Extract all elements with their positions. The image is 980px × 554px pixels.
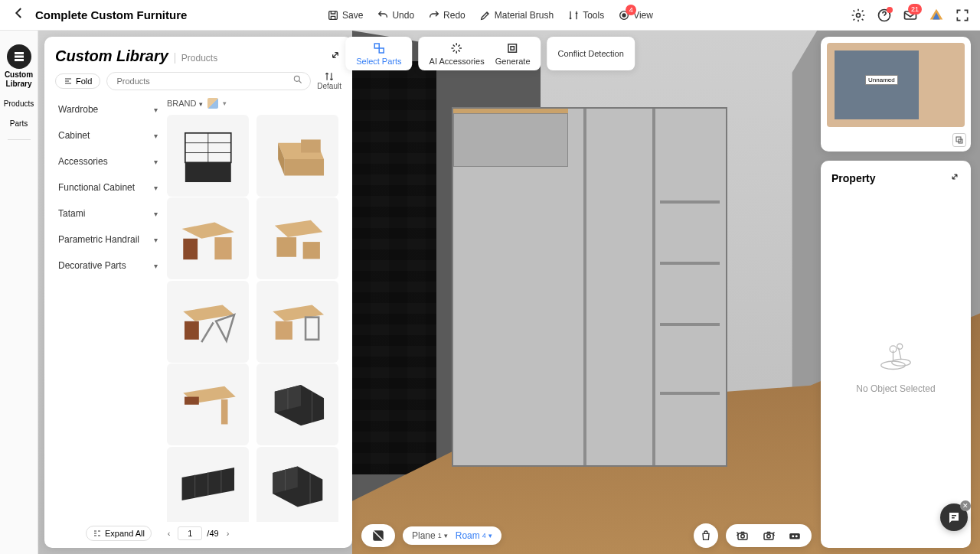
svg-rect-37 (374, 44, 379, 48)
pagination: ‹ /49 › (165, 526, 233, 540)
rail-parts[interactable]: Parts (0, 116, 38, 132)
product-card[interactable] (167, 115, 249, 197)
view-button[interactable]: 4 View (618, 9, 653, 21)
svg-marker-19 (275, 220, 322, 237)
chevron-down-icon: ▾ (199, 100, 203, 108)
product-card[interactable] (256, 115, 338, 197)
undo-button[interactable]: Undo (377, 9, 414, 21)
svg-rect-17 (183, 239, 198, 259)
roam-view-button[interactable]: Roam 4 ▾ (456, 530, 492, 541)
help-button[interactable] (876, 7, 893, 24)
chevron-down-icon: ▾ (223, 99, 227, 107)
product-card[interactable] (256, 363, 338, 445)
minimap-room-label: Unnamed (865, 75, 898, 85)
tools-icon (567, 9, 580, 21)
category-cabinet[interactable]: Cabinet▾ (55, 122, 161, 148)
logo-icon (928, 7, 945, 24)
fold-icon (64, 77, 73, 86)
rail-products[interactable]: Products (0, 96, 38, 112)
product-card[interactable] (167, 363, 249, 445)
svg-marker-13 (284, 159, 323, 175)
minimap-popout-button[interactable] (952, 133, 966, 147)
save-button[interactable]: Save (327, 9, 363, 21)
property-panel: Property No Object Selected (821, 161, 971, 548)
shopping-bag-button[interactable] (694, 523, 718, 548)
svg-rect-21 (302, 242, 319, 259)
category-wardrobe[interactable]: Wardrobe▾ (55, 96, 161, 122)
category-decorative-parts[interactable]: Decorative Parts▾ (55, 253, 161, 279)
page-input[interactable] (178, 526, 202, 540)
chevron-down-icon: ▾ (488, 532, 492, 539)
render-mode-button[interactable] (371, 528, 386, 543)
svg-point-53 (795, 535, 798, 537)
gear-icon (851, 8, 866, 23)
plane-number: 1 (438, 532, 442, 539)
product-card[interactable] (167, 197, 249, 279)
svg-point-48 (741, 535, 745, 539)
product-card[interactable] (256, 447, 338, 522)
chevron-down-icon: ▾ (154, 236, 158, 244)
select-icon (372, 41, 386, 55)
product-card[interactable] (256, 197, 338, 279)
close-icon[interactable]: ✕ (960, 500, 971, 511)
feedback-button[interactable]: ✕ (940, 503, 968, 531)
product-grid (167, 115, 341, 522)
redo-icon (428, 9, 440, 21)
product-card[interactable] (256, 281, 338, 363)
mail-button[interactable]: 21 (902, 7, 919, 24)
library-expand-button[interactable] (329, 49, 341, 64)
settings-button[interactable] (850, 7, 867, 24)
ai-accessories-button[interactable]: AI Accessories (430, 41, 485, 66)
svg-rect-39 (508, 44, 517, 53)
svg-rect-15 (301, 139, 321, 152)
tools-button[interactable]: Tools (567, 9, 604, 21)
vr-view-button[interactable] (787, 528, 802, 543)
redo-button[interactable]: Redo (428, 9, 466, 21)
svg-rect-51 (789, 533, 800, 539)
brand-filter[interactable]: BRAND ▾ (167, 99, 203, 108)
material-swatch[interactable] (207, 98, 218, 109)
help-notification-dot (887, 7, 893, 13)
material-brush-button[interactable]: Material Brush (479, 9, 554, 21)
search-input[interactable] (106, 72, 311, 90)
page-next[interactable]: › (224, 529, 233, 538)
profile-button[interactable] (928, 7, 945, 24)
property-empty-text: No Object Selected (856, 383, 935, 394)
property-title: Property (831, 172, 876, 184)
category-tatami[interactable]: Tatami▾ (55, 200, 161, 226)
vr-icon (788, 529, 802, 543)
expand-all-button[interactable]: Expand All (86, 526, 152, 541)
product-card[interactable] (167, 447, 249, 522)
fullscreen-button[interactable] (954, 7, 971, 24)
plane-view-button[interactable]: Plane 1 ▾ (412, 530, 448, 541)
camera-capture-button[interactable] (735, 528, 750, 543)
svg-marker-16 (181, 222, 234, 238)
page-prev[interactable]: ‹ (165, 529, 174, 538)
product-card[interactable] (167, 281, 249, 363)
camera-export-button[interactable] (761, 528, 776, 543)
note-icon (947, 510, 961, 524)
svg-rect-20 (276, 237, 296, 257)
chevron-down-icon: ▾ (154, 158, 158, 166)
svg-rect-29 (221, 399, 228, 425)
select-parts-button[interactable]: Select Parts (356, 41, 401, 66)
property-expand-button[interactable] (949, 171, 960, 184)
conflict-detection-button[interactable]: Conflict Detection (558, 49, 624, 58)
svg-rect-38 (379, 48, 384, 53)
sort-button[interactable]: Default (317, 71, 341, 90)
contrast-icon (371, 529, 385, 543)
category-parametric-handrail[interactable]: Parametric Handrail▾ (55, 226, 161, 253)
sort-icon (323, 71, 335, 82)
page-total: /49 (207, 529, 218, 538)
camera-in-icon (736, 529, 750, 543)
rail-custom-library[interactable]: Custom Library (0, 38, 38, 92)
back-button[interactable] (9, 3, 29, 27)
chevron-down-icon: ▾ (444, 532, 448, 539)
minimap[interactable]: Unnamed (821, 37, 971, 152)
fold-button[interactable]: Fold (55, 73, 100, 89)
generate-button[interactable]: Generate (495, 41, 531, 66)
category-accessories[interactable]: Accessories▾ (55, 148, 161, 174)
svg-point-50 (767, 535, 771, 539)
category-functional-cabinet[interactable]: Functional Cabinet▾ (55, 174, 161, 200)
library-breadcrumb: Products (175, 53, 217, 64)
